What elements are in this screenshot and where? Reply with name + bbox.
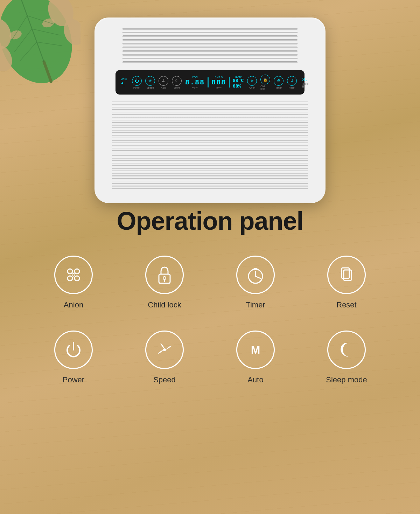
sleep-mode-label: Sleep mode (326, 375, 367, 384)
svg-line-25 (255, 276, 260, 278)
auto-label: Auto (247, 375, 263, 384)
decorative-leaf (0, 0, 80, 91)
reset-item: Reset (318, 256, 374, 310)
svg-point-17 (68, 276, 72, 281)
svg-point-19 (72, 273, 75, 276)
icons-grid: Anion Child lock (0, 256, 420, 384)
icons-row-2: Power Speed (28, 331, 392, 384)
control-panel: WiFi ▲ ··· ⏻ Power ✳ Speed A Auto ☾ Sile… (115, 70, 304, 95)
timer-icon-circle (236, 256, 275, 294)
anion-item: Anion (46, 256, 102, 310)
icons-row-1: Anion Child lock (28, 256, 392, 310)
svg-point-29 (163, 348, 166, 351)
reset-label: Reset (336, 300, 356, 310)
child-lock-item: Child lock (136, 256, 192, 310)
anion-label: Anion (64, 300, 83, 310)
child-lock-label: Child lock (148, 300, 181, 310)
power-icon-circle (54, 331, 93, 369)
reset-icon-circle (327, 256, 366, 294)
section-title: Operation panel (0, 207, 420, 235)
svg-point-16 (75, 269, 79, 274)
sleep-mode-item: Sleep mode (318, 331, 374, 384)
speed-item: Speed (136, 331, 192, 384)
svg-point-18 (75, 276, 79, 281)
anion-icon-circle (54, 256, 93, 294)
auto-item: M Auto (227, 331, 284, 384)
svg-point-15 (68, 269, 72, 274)
child-lock-icon-circle (145, 256, 184, 294)
svg-text:M: M (251, 343, 260, 356)
auto-icon-circle: M (236, 331, 275, 369)
timer-item: Timer (227, 256, 284, 310)
speed-label: Speed (153, 375, 176, 384)
power-item: Power (46, 331, 102, 384)
timer-label: Timer (246, 300, 265, 310)
speed-icon-circle (145, 331, 184, 369)
sleep-mode-icon-circle (327, 331, 366, 369)
power-label: Power (63, 375, 84, 384)
device-image: WiFi ▲ ··· ⏻ Power ✳ Speed A Auto ☾ Sile… (88, 7, 332, 203)
